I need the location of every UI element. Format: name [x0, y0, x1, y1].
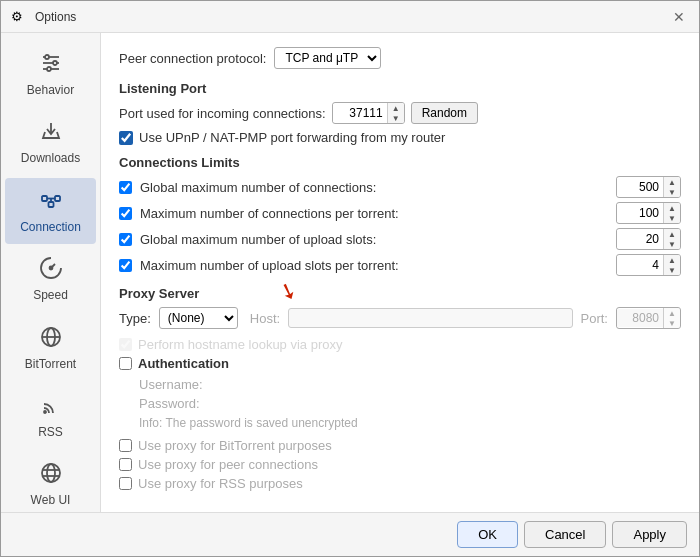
conn-input-3[interactable]: [617, 256, 663, 274]
port-down-btn[interactable]: ▼: [388, 113, 404, 123]
apply-button[interactable]: Apply: [612, 521, 687, 548]
conn-checkbox-2[interactable]: [119, 233, 132, 246]
svg-point-19: [47, 464, 55, 482]
use-proxy-peer-row: Use proxy for peer connections: [119, 457, 681, 472]
use-proxy-bt-label: Use proxy for BitTorrent purposes: [138, 438, 332, 453]
proxy-type-select[interactable]: (None) HTTP SOCKS4 SOCKS5: [159, 307, 238, 329]
behavior-icon: [39, 51, 63, 79]
conn-up-3[interactable]: ▲: [664, 255, 680, 265]
conn-label-0: Global maximum number of connections:: [140, 180, 608, 195]
use-proxy-rss-label: Use proxy for RSS purposes: [138, 476, 303, 491]
username-label: Username:: [139, 377, 203, 392]
sidebar-item-speed[interactable]: Speed: [5, 246, 96, 312]
sidebar-item-bittorrent[interactable]: BitTorrent: [5, 315, 96, 381]
cancel-button[interactable]: Cancel: [524, 521, 606, 548]
downloads-label: Downloads: [21, 151, 80, 165]
svg-rect-9: [55, 196, 60, 201]
port-used-label: Port used for incoming connections:: [119, 106, 326, 121]
hostname-lookup-label: Perform hostname lookup via proxy: [138, 337, 342, 352]
password-row: Password:: [139, 396, 681, 411]
rss-label: RSS: [38, 425, 63, 439]
speed-icon: [39, 256, 63, 284]
proxy-port-up: ▲: [664, 308, 680, 318]
upnp-checkbox[interactable]: [119, 131, 133, 145]
ok-button[interactable]: OK: [457, 521, 518, 548]
titlebar: ⚙ Options ✕: [1, 1, 699, 33]
use-proxy-bt-row: Use proxy for BitTorrent purposes: [119, 438, 681, 453]
conn-down-1[interactable]: ▼: [664, 213, 680, 223]
conn-checkbox-3[interactable]: [119, 259, 132, 272]
conn-up-2[interactable]: ▲: [664, 229, 680, 239]
rss-icon: [39, 393, 63, 421]
conn-up-1[interactable]: ▲: [664, 203, 680, 213]
conn-down-0[interactable]: ▼: [664, 187, 680, 197]
conn-checkbox-1[interactable]: [119, 207, 132, 220]
conn-arrows-2: ▲ ▼: [663, 229, 680, 249]
proxy-panel: ➘ Type: (None) HTTP SOCKS4 SOCKS5 Host: …: [119, 307, 681, 491]
options-window: ⚙ Options ✕ Behavior: [0, 0, 700, 557]
use-proxy-rss-checkbox[interactable]: [119, 477, 132, 490]
bittorrent-icon: [39, 325, 63, 353]
conn-checkbox-0[interactable]: [119, 181, 132, 194]
sidebar: Behavior Downloads: [1, 33, 101, 512]
conn-input-1[interactable]: [617, 204, 663, 222]
conn-input-0[interactable]: [617, 178, 663, 196]
peer-protocol-select[interactable]: TCP and μTP TCP μTP: [274, 47, 381, 69]
speed-label: Speed: [33, 288, 68, 302]
conn-row-1: Maximum number of connections per torren…: [119, 202, 681, 224]
svg-point-4: [53, 61, 57, 65]
close-button[interactable]: ✕: [669, 7, 689, 27]
sidebar-item-downloads[interactable]: Downloads: [5, 109, 96, 175]
use-proxy-bt-checkbox[interactable]: [119, 439, 132, 452]
sidebar-item-connection[interactable]: Connection: [5, 178, 96, 244]
proxy-port-arrows: ▲ ▼: [663, 308, 680, 328]
sidebar-item-webui[interactable]: Web UI: [5, 451, 96, 512]
port-group: Port used for incoming connections: 3711…: [119, 102, 681, 124]
conn-arrows-3: ▲ ▼: [663, 255, 680, 275]
info-label: Info: The password is saved unencrypted: [139, 416, 358, 430]
window-title: Options: [35, 10, 661, 24]
proxy-type-row: Type: (None) HTTP SOCKS4 SOCKS5 Host: Po…: [119, 307, 681, 329]
svg-point-14: [49, 267, 52, 270]
peer-protocol-label: Peer connection protocol:: [119, 51, 266, 66]
conn-arrows-1: ▲ ▼: [663, 203, 680, 223]
use-proxy-peer-checkbox[interactable]: [119, 458, 132, 471]
conn-arrows-0: ▲ ▼: [663, 177, 680, 197]
sidebar-item-behavior[interactable]: Behavior: [5, 41, 96, 107]
use-proxy-rss-row: Use proxy for RSS purposes: [119, 476, 681, 491]
svg-rect-8: [42, 196, 47, 201]
port-spinbox: 37111 ▲ ▼: [332, 102, 405, 124]
bittorrent-label: BitTorrent: [25, 357, 76, 371]
connection-label: Connection: [20, 220, 81, 234]
svg-point-3: [45, 55, 49, 59]
port-up-btn[interactable]: ▲: [388, 103, 404, 113]
auth-checkbox[interactable]: [119, 357, 132, 370]
svg-rect-10: [48, 202, 53, 207]
conn-down-2[interactable]: ▼: [664, 239, 680, 249]
webui-label: Web UI: [31, 493, 71, 507]
conn-spinbox-2: ▲ ▼: [616, 228, 681, 250]
proxy-type-label: Type:: [119, 311, 151, 326]
connections-heading: Connections Limits: [119, 155, 681, 170]
conn-input-2[interactable]: [617, 230, 663, 248]
host-label: Host:: [250, 311, 280, 326]
main-panel: Peer connection protocol: TCP and μTP TC…: [101, 33, 699, 512]
upnp-row: Use UPnP / NAT-PMP port forwarding from …: [119, 130, 681, 145]
conn-row-3: Maximum number of upload slots per torre…: [119, 254, 681, 276]
svg-point-18: [42, 464, 60, 482]
conn-up-0[interactable]: ▲: [664, 177, 680, 187]
port-input[interactable]: 37111: [333, 104, 387, 122]
conn-down-3[interactable]: ▼: [664, 265, 680, 275]
conn-label-3: Maximum number of upload slots per torre…: [140, 258, 608, 273]
sidebar-item-rss[interactable]: RSS: [5, 383, 96, 449]
proxy-port-down: ▼: [664, 318, 680, 328]
auth-label: Authentication: [138, 356, 229, 371]
random-port-button[interactable]: Random: [411, 102, 478, 124]
downloads-icon: [39, 119, 63, 147]
bottom-bar: OK Cancel Apply: [1, 512, 699, 556]
connections-grid: Global maximum number of connections: ▲ …: [119, 176, 681, 276]
conn-row-2: Global maximum number of upload slots: ▲…: [119, 228, 681, 250]
svg-point-5: [47, 67, 51, 71]
port-proxy-label: Port:: [581, 311, 608, 326]
upnp-label: Use UPnP / NAT-PMP port forwarding from …: [139, 130, 445, 145]
